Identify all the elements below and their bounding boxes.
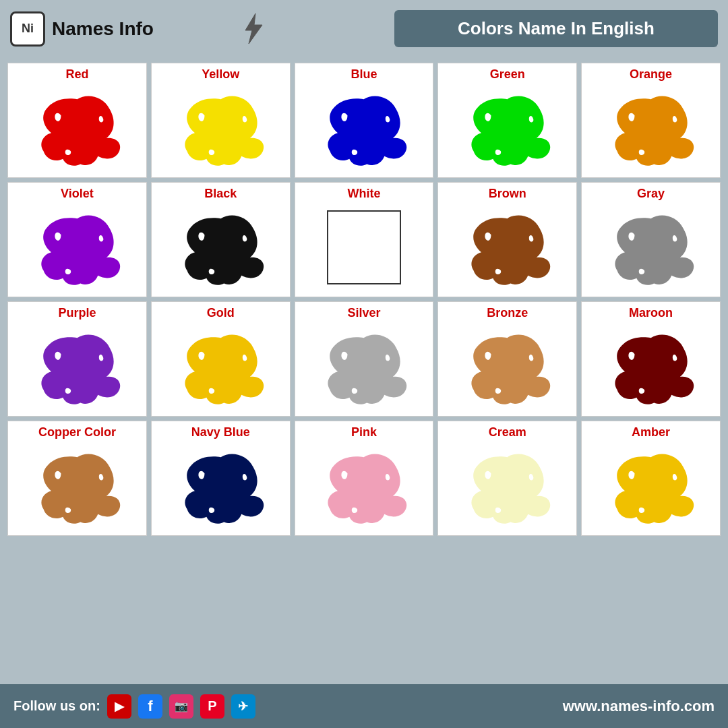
- color-name-cream: Cream: [489, 425, 526, 439]
- follow-text: Follow us on:: [13, 698, 100, 714]
- lightning-icon: [235, 10, 272, 47]
- color-name-violet: Violet: [61, 187, 94, 201]
- color-card-red: Red: [7, 63, 147, 178]
- logo-letters: Ni: [22, 22, 34, 36]
- splash-container: [454, 84, 562, 172]
- color-name-gray: Gray: [637, 187, 665, 201]
- color-splash-svg: [455, 325, 559, 409]
- website-url: www.names-info.com: [563, 698, 715, 715]
- pinterest-icon[interactable]: P: [200, 694, 224, 719]
- color-splash-svg: [599, 325, 703, 409]
- color-name-orange: Orange: [630, 67, 672, 82]
- color-name-silver: Silver: [347, 306, 380, 320]
- splash-container: [454, 323, 562, 411]
- white-color-box: [327, 210, 401, 284]
- header: Ni Names Info Colors Name In English: [0, 0, 728, 57]
- splash-container: [454, 204, 562, 291]
- splash-container: [23, 323, 131, 411]
- color-name-blue: Blue: [351, 67, 377, 82]
- splash-container: [23, 442, 131, 530]
- color-splash-svg: [169, 86, 273, 171]
- splash-container: [166, 84, 274, 172]
- color-card-yellow: Yellow: [151, 63, 291, 178]
- color-splash-svg: [599, 444, 703, 528]
- color-card-violet: Violet: [7, 182, 147, 297]
- color-splash-svg: [169, 206, 273, 290]
- splash-container: [597, 442, 705, 530]
- color-splash-svg: [25, 444, 129, 528]
- color-splash-svg: [455, 444, 559, 528]
- color-name-bronze: Bronze: [487, 306, 528, 320]
- color-splash-svg: [599, 206, 703, 290]
- color-name-maroon: Maroon: [629, 306, 673, 320]
- splash-container: [310, 323, 418, 411]
- splash-container: [166, 442, 274, 530]
- splash-container: [23, 204, 131, 291]
- color-splash-svg: [311, 86, 416, 171]
- color-splash-svg: [311, 444, 416, 528]
- color-name-purple: Purple: [58, 306, 96, 320]
- title-banner: Colors Name In English: [394, 10, 718, 47]
- youtube-icon[interactable]: ▶: [107, 694, 131, 719]
- color-card-pink: Pink: [295, 421, 434, 536]
- color-card-white: White: [295, 182, 434, 297]
- color-name-white: White: [347, 187, 380, 201]
- color-card-gray: Gray: [581, 182, 721, 297]
- color-name-copper-color: Copper Color: [38, 425, 116, 439]
- color-card-navy-blue: Navy Blue: [151, 421, 291, 536]
- color-splash-svg: [455, 86, 559, 171]
- splash-container: [166, 323, 274, 411]
- facebook-icon[interactable]: f: [138, 694, 162, 719]
- color-name-green: Green: [490, 67, 525, 82]
- page-title: Colors Name In English: [458, 18, 655, 38]
- color-card-amber: Amber: [581, 421, 721, 536]
- color-card-green: Green: [437, 63, 577, 178]
- splash-container: [23, 84, 131, 172]
- color-splash-svg: [311, 325, 416, 409]
- telegram-icon[interactable]: ✈: [231, 694, 255, 719]
- color-name-brown: Brown: [489, 187, 526, 201]
- logo-box: Ni: [10, 11, 45, 47]
- color-card-copper-color: Copper Color: [7, 421, 147, 536]
- color-name-black: Black: [204, 187, 237, 201]
- color-name-navy-blue: Navy Blue: [191, 425, 250, 439]
- color-card-purple: Purple: [7, 301, 147, 417]
- splash-container: [310, 204, 418, 291]
- color-card-maroon: Maroon: [581, 301, 721, 417]
- color-splash-svg: [25, 206, 129, 290]
- instagram-icon[interactable]: 📷: [169, 694, 193, 719]
- color-splash-svg: [25, 325, 129, 409]
- splash-container: [597, 204, 705, 291]
- color-name-amber: Amber: [632, 425, 670, 439]
- color-name-yellow: Yellow: [202, 67, 239, 82]
- splash-container: [454, 442, 562, 530]
- color-card-silver: Silver: [295, 301, 434, 417]
- footer: Follow us on: ▶ f 📷 P ✈ www.names-info.c…: [0, 684, 728, 728]
- color-splash-svg: [169, 325, 273, 409]
- splash-container: [310, 84, 418, 172]
- follow-area: Follow us on: ▶ f 📷 P ✈: [13, 694, 255, 719]
- header-icon: [113, 10, 394, 47]
- color-splash-svg: [599, 86, 703, 171]
- color-splash-svg: [25, 86, 129, 171]
- color-name-red: Red: [65, 67, 88, 82]
- color-splash-svg: [455, 206, 559, 290]
- splash-container: [597, 84, 705, 172]
- color-card-gold: Gold: [151, 301, 291, 417]
- color-card-orange: Orange: [581, 63, 721, 178]
- color-name-gold: Gold: [207, 306, 235, 320]
- color-name-pink: Pink: [351, 425, 377, 439]
- color-card-brown: Brown: [437, 182, 577, 297]
- color-card-bronze: Bronze: [437, 301, 577, 417]
- color-splash-svg: [169, 444, 273, 528]
- splash-container: [310, 442, 418, 530]
- splash-container: [166, 204, 274, 291]
- color-card-cream: Cream: [437, 421, 577, 536]
- color-card-black: Black: [151, 182, 291, 297]
- splash-container: [597, 323, 705, 411]
- color-grid: Red Yellow Blue Green Orange Violet Blac…: [0, 57, 728, 541]
- color-card-blue: Blue: [295, 63, 434, 178]
